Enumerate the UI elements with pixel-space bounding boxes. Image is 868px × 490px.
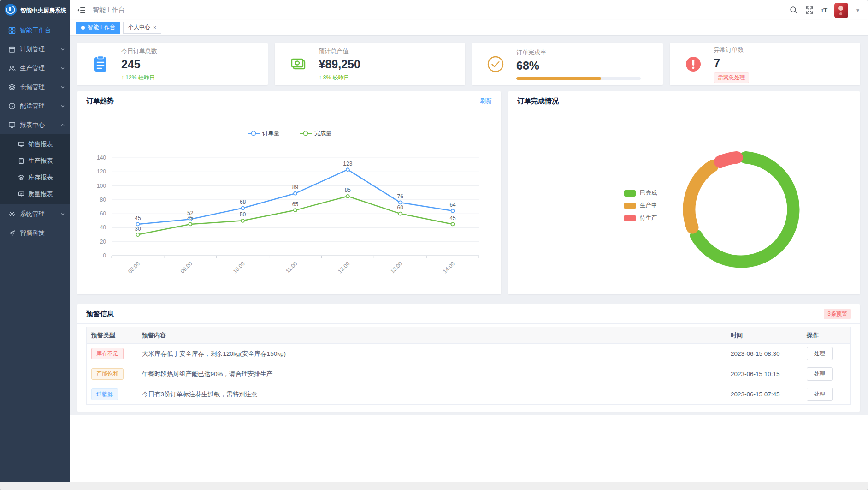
sidebar-item-quality-report[interactable]: 质量报表 (0, 186, 70, 203)
stat-card-abnormal-orders: 异常订单数 7 需紧急处理 (670, 43, 861, 85)
svg-text:30: 30 (135, 226, 141, 232)
legend-item[interactable]: 待生产 (624, 214, 657, 222)
column-header: 预警类型 (87, 331, 137, 340)
handle-button[interactable]: 处理 (807, 347, 833, 360)
stat-value: 68% (516, 59, 649, 72)
stat-label: 异常订单数 (714, 46, 749, 54)
calendar-icon (8, 46, 16, 53)
font-size-icon[interactable]: TT (821, 6, 827, 14)
column-header: 操作 (802, 331, 850, 340)
svg-text:60: 60 (397, 204, 404, 211)
card-header: 订单趋势 刷新 (77, 91, 501, 111)
card-title: 订单趋势 (86, 97, 114, 106)
layers-icon (18, 174, 24, 181)
sidebar-item-zhinao-tech[interactable]: 智脑科技 (0, 223, 70, 242)
sidebar-item-delivery[interactable]: 配送管理 (0, 96, 70, 115)
alert-time: 2023-06-15 07:45 (726, 391, 802, 398)
app-window: 智能中央厨房系统 智能工作台 计划管理 生产管理 仓储管理 (0, 0, 868, 490)
svg-text:123: 123 (343, 161, 352, 167)
menu-fold-icon[interactable] (77, 6, 86, 15)
card-title: 订单完成情况 (517, 97, 559, 106)
order-trend-line-chart: 02040608010012014008:0009:0010:0011:0012… (77, 111, 501, 283)
table-row: 产能饱和 午餐时段热厨组产能已达90%，请合理安排生产 2023-06-15 1… (87, 364, 850, 384)
tab-label: 个人中心 (128, 24, 150, 31)
clipboard-icon (91, 54, 110, 74)
sidebar-item-production-report[interactable]: 生产报表 (0, 153, 70, 169)
fullscreen-icon[interactable] (805, 6, 814, 14)
alert-time: 2023-06-15 10:15 (726, 370, 802, 377)
app-logo-icon (4, 3, 17, 18)
svg-text:20: 20 (100, 239, 106, 245)
chevron-down-icon (60, 85, 65, 90)
stat-value: 245 (121, 58, 157, 71)
charts-row: 订单趋势 刷新 02040608010012014008:0009:0010:0… (77, 91, 860, 294)
sidebar-item-warehouse[interactable]: 仓储管理 (0, 78, 70, 96)
alerts-count-badge: 3条预警 (824, 309, 851, 319)
stat-body: 今日订单总数 245 ↑ 12% 较昨日 (121, 47, 157, 82)
stat-card-output-value: 预计总产值 ¥89,250 ↑ 8% 较昨日 (275, 43, 466, 85)
sidebar-item-label: 系统管理 (20, 210, 60, 218)
close-icon[interactable]: × (153, 25, 156, 30)
legend-swatch (624, 203, 636, 209)
alert-type-tag: 库存不足 (91, 348, 124, 359)
refresh-button[interactable]: 刷新 (480, 97, 492, 105)
alert-content: 午餐时段热厨组产能已达90%，请合理安排生产 (137, 370, 726, 378)
banknote-icon (289, 54, 308, 74)
search-icon[interactable] (790, 6, 798, 14)
sidebar-item-reports[interactable]: 报表中心 (0, 115, 70, 134)
sidebar-item-production[interactable]: 生产管理 (0, 59, 70, 78)
top-navbar: 智能工作台 TT ▼ (70, 0, 868, 20)
svg-text:76: 76 (397, 193, 404, 200)
sidebar-item-plan[interactable]: 计划管理 (0, 40, 70, 59)
alert-type-tag: 过敏源 (91, 388, 118, 400)
sidebar-item-inventory-report[interactable]: 库存报表 (0, 169, 70, 186)
user-avatar[interactable] (834, 3, 848, 18)
people-icon (8, 65, 16, 72)
sidebar-item-dashboard[interactable]: 智能工作台 (0, 21, 70, 40)
chevron-down-icon (60, 47, 65, 52)
sidebar-item-label: 报表中心 (20, 121, 60, 129)
handle-button[interactable]: 处理 (807, 388, 833, 401)
sidebar-item-label: 配送管理 (20, 102, 60, 110)
stat-label: 今日订单总数 (121, 47, 157, 55)
legend-label: 已完成 (640, 189, 657, 197)
table-row: 库存不足 大米库存低于安全库存，剩余120kg(安全库存150kg) 2023-… (87, 344, 850, 364)
urgent-badge: 需紧急处理 (714, 72, 749, 83)
document-icon (18, 158, 24, 164)
alerts-table: 预警类型 预警内容 时间 操作 库存不足 大米库存低于安全库存，剩余120kg(… (86, 327, 851, 405)
dashboard-icon (8, 27, 16, 34)
svg-text:65: 65 (292, 201, 299, 208)
sidebar: 智能中央厨房系统 智能工作台 计划管理 生产管理 仓储管理 (0, 0, 70, 483)
app-logo[interactable]: 智能中央厨房系统 (0, 0, 70, 21)
svg-text:85: 85 (345, 187, 351, 193)
app-title: 智能中央厨房系统 (20, 7, 66, 15)
sidebar-menu: 智能工作台 计划管理 生产管理 仓储管理 配送管理 (0, 21, 70, 242)
svg-text:11:00: 11:00 (284, 260, 299, 275)
legend-item[interactable]: 生产中 (624, 202, 657, 209)
legend-item[interactable]: 已完成 (624, 189, 657, 197)
sidebar-item-sales-report[interactable]: 销售报表 (0, 136, 70, 153)
tab-dashboard[interactable]: 智能工作台 (76, 22, 120, 34)
svg-text:订单量: 订单量 (262, 130, 280, 137)
stat-card-orders-today: 今日订单总数 245 ↑ 12% 较昨日 (77, 43, 268, 85)
svg-text:140: 140 (97, 155, 106, 161)
sidebar-item-label: 库存报表 (28, 173, 65, 182)
card-title: 预警信息 (86, 310, 114, 318)
order-trend-card: 订单趋势 刷新 02040608010012014008:0009:0010:0… (77, 91, 501, 294)
svg-text:10:00: 10:00 (232, 260, 246, 275)
sidebar-item-label: 计划管理 (20, 45, 60, 54)
sidebar-item-system[interactable]: 系统管理 (0, 204, 70, 223)
handle-button[interactable]: 处理 (807, 367, 833, 381)
alert-content: 大米库存低于安全库存，剩余120kg(安全库存150kg) (137, 350, 726, 358)
stat-body: 异常订单数 7 需紧急处理 (714, 46, 749, 83)
svg-text:0: 0 (103, 252, 106, 259)
svg-text:08:00: 08:00 (127, 260, 141, 275)
svg-text:68: 68 (240, 199, 246, 205)
sidebar-item-label: 销售报表 (28, 140, 65, 149)
monitor-check-icon (18, 191, 24, 197)
chevron-down-icon[interactable]: ▼ (856, 8, 860, 13)
svg-text:100: 100 (97, 183, 106, 189)
order-completion-donut-chart (667, 136, 815, 283)
tab-profile[interactable]: 个人中心 × (123, 22, 161, 34)
paper-plane-icon (8, 229, 16, 237)
